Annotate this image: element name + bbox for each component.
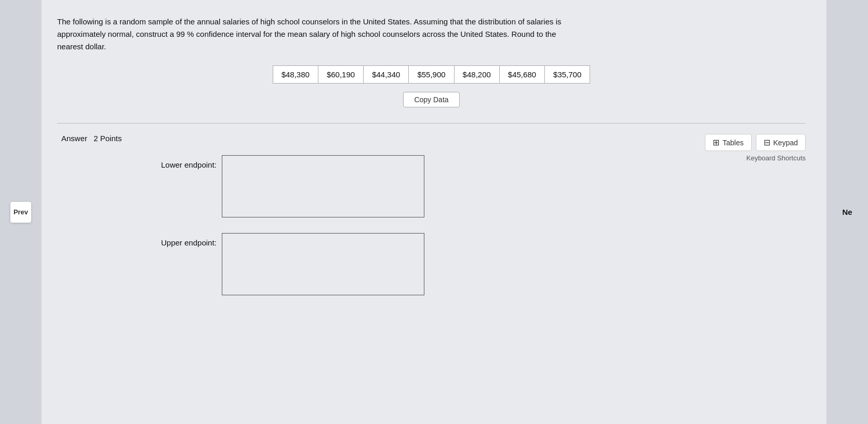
- data-table-wrapper: $48,380 $60,190 $44,340 $55,900 $48,200 …: [57, 65, 806, 84]
- section-divider: [57, 123, 806, 124]
- copy-data-wrapper: Copy Data: [57, 92, 806, 107]
- tools-section: ⊞ Tables ⊟ Keypad Keyboard Shortcuts: [705, 134, 806, 162]
- upper-endpoint-label: Upper endpoint:: [161, 233, 217, 247]
- keypad-button[interactable]: ⊟ Keypad: [756, 134, 806, 151]
- answer-left: Answer 2 Points Lower endpoint: Upper en…: [57, 134, 684, 295]
- lower-endpoint-row: Lower endpoint:: [161, 155, 684, 217]
- tables-label: Tables: [723, 139, 743, 147]
- upper-endpoint-row: Upper endpoint:: [161, 233, 684, 295]
- table-cell-4: $55,900: [409, 66, 454, 84]
- table-cell-1: $48,380: [273, 66, 318, 84]
- tables-icon: ⊞: [713, 138, 719, 147]
- page-wrapper: Prev The following is a random sample of…: [0, 0, 868, 424]
- answer-text: Answer: [61, 134, 87, 143]
- points-text: 2 Points: [94, 134, 122, 143]
- lower-endpoint-label: Lower endpoint:: [161, 155, 217, 169]
- keypad-label: Keypad: [773, 139, 798, 147]
- answer-label: Answer 2 Points: [57, 134, 684, 143]
- endpoints-wrapper: Lower endpoint: Upper endpoint:: [161, 155, 684, 295]
- table-row: $48,380 $60,190 $44,340 $55,900 $48,200 …: [273, 66, 590, 84]
- table-cell-5: $48,200: [454, 66, 499, 84]
- right-nav: Ne: [826, 0, 868, 424]
- tools-buttons: ⊞ Tables ⊟ Keypad: [705, 134, 806, 151]
- table-cell-6: $45,680: [499, 66, 544, 84]
- prev-label[interactable]: Prev: [14, 208, 28, 216]
- keypad-icon: ⊟: [764, 138, 770, 147]
- question-text: The following is a random sample of the …: [57, 16, 629, 53]
- table-cell-2: $60,190: [318, 66, 363, 84]
- prev-nav-area: Prev: [10, 202, 31, 223]
- tables-button[interactable]: ⊞ Tables: [705, 134, 751, 151]
- left-nav: Prev: [0, 0, 42, 424]
- table-cell-3: $44,340: [364, 66, 409, 84]
- main-content: The following is a random sample of the …: [42, 0, 826, 424]
- data-table: $48,380 $60,190 $44,340 $55,900 $48,200 …: [273, 65, 591, 84]
- next-label[interactable]: Ne: [842, 208, 852, 216]
- question-line2: approximately normal, construct a 99 % c…: [57, 30, 556, 38]
- question-line1: The following is a random sample of the …: [57, 17, 562, 26]
- lower-endpoint-input[interactable]: [222, 155, 424, 217]
- answer-section: Answer 2 Points Lower endpoint: Upper en…: [57, 134, 806, 295]
- keyboard-shortcuts-label: Keyboard Shortcuts: [746, 154, 806, 162]
- table-cell-7: $35,700: [545, 66, 590, 84]
- question-line3: nearest dollar.: [57, 42, 106, 51]
- upper-endpoint-input[interactable]: [222, 233, 424, 295]
- copy-data-button[interactable]: Copy Data: [403, 92, 459, 107]
